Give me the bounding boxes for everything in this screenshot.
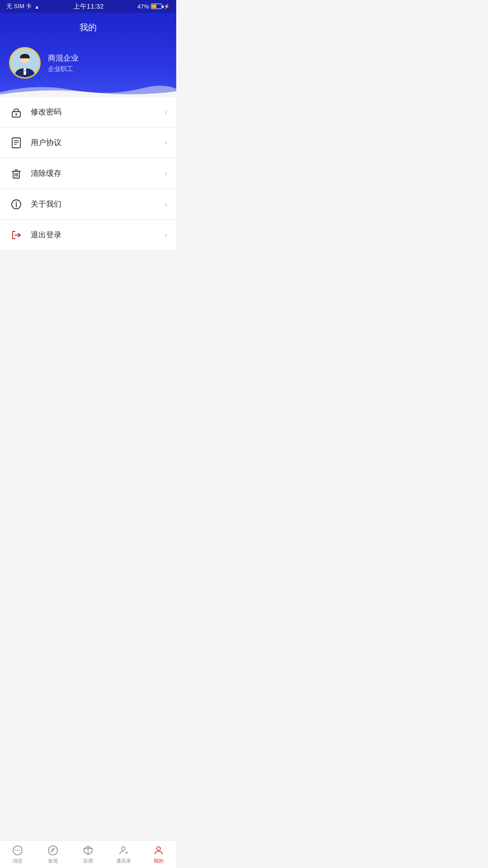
profile-info: 商混企业 企业职工 [48, 53, 79, 73]
avatar [9, 47, 41, 79]
status-right: 47% ⚡ [137, 3, 170, 10]
page-title: 我的 [0, 17, 176, 42]
status-bar: 无 SIM 卡 上午11:32 47% ⚡ [0, 0, 176, 13]
trash-icon [9, 166, 23, 181]
header-wave [0, 83, 176, 97]
chevron-right-icon: › [165, 231, 167, 239]
change-password-label: 修改密码 [31, 107, 165, 117]
menu-item-about-us[interactable]: 关于我们 › [0, 189, 176, 220]
logout-label: 退出登录 [31, 230, 165, 240]
battery-percent: 47% [137, 3, 149, 10]
profile-name: 商混企业 [48, 53, 79, 63]
menu-item-logout[interactable]: 退出登录 › [0, 220, 176, 250]
clear-cache-label: 清除缓存 [31, 168, 165, 179]
sim-status: 无 SIM 卡 [6, 2, 32, 10]
user-agreement-label: 用户协议 [31, 137, 165, 148]
svg-rect-2 [23, 68, 26, 75]
menu-item-change-password[interactable]: 修改密码 › [0, 97, 176, 127]
menu-item-user-agreement[interactable]: 用户协议 › [0, 127, 176, 158]
document-icon [9, 136, 23, 150]
svg-point-5 [15, 113, 17, 115]
svg-rect-6 [12, 138, 20, 148]
charging-icon: ⚡ [164, 4, 170, 9]
svg-point-18 [16, 201, 17, 202]
chevron-right-icon: › [165, 108, 167, 116]
chevron-right-icon: › [165, 170, 167, 178]
battery-icon [151, 4, 162, 9]
logout-icon [9, 228, 23, 242]
menu-list: 修改密码 › 用户协议 › [0, 97, 176, 250]
info-icon [9, 197, 23, 212]
profile-role: 企业职工 [48, 65, 79, 73]
wifi-icon [34, 3, 39, 10]
about-us-label: 关于我们 [31, 199, 165, 209]
menu-item-clear-cache[interactable]: 清除缓存 › [0, 158, 176, 189]
status-time: 上午11:32 [73, 2, 104, 11]
lock-icon [9, 105, 23, 119]
header: 我的 商混企业 企业职工 [0, 13, 176, 97]
chevron-right-icon: › [165, 200, 167, 208]
chevron-right-icon: › [165, 139, 167, 147]
status-left: 无 SIM 卡 [6, 2, 39, 10]
content-area: 修改密码 › 用户协议 › [0, 97, 176, 282]
